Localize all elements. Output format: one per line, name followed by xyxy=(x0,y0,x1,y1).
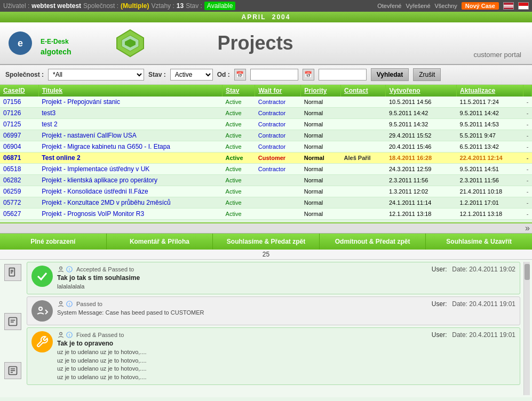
table-row[interactable]: 05627 Projekt - Prognosis VoIP Monitor R… xyxy=(0,208,532,220)
cell-action[interactable]: - xyxy=(523,141,532,153)
cell-title[interactable]: test 2 xyxy=(38,119,222,130)
tab-agree-pass[interactable]: Souhlasíme & Předat zpět xyxy=(213,234,320,250)
cell-title[interactable]: Projekt - klientská aplikace pro operáto… xyxy=(38,175,222,186)
expand-arrow[interactable]: » xyxy=(0,223,532,234)
table-row[interactable]: 06997 Projekt - nastavení CallFlow USA A… xyxy=(0,130,532,141)
cell-action[interactable]: - xyxy=(523,197,532,208)
col-waitfor[interactable]: Wait for xyxy=(255,85,301,97)
col-priority[interactable]: Priority xyxy=(301,85,341,97)
cell-action[interactable]: - xyxy=(523,119,532,130)
cell-caseid[interactable]: 07126 xyxy=(0,108,38,119)
cell-action[interactable]: - xyxy=(523,220,532,224)
cell-title[interactable]: Projekt - Konsolidace ústředni II.Fáze xyxy=(38,186,222,197)
cell-title[interactable]: Projekt - Prognosis VoIP Monitor R3 xyxy=(38,208,222,220)
cell-action[interactable]: - xyxy=(523,153,532,164)
cell-title[interactable]: Projekt - Implementace ústředny v UK xyxy=(38,164,222,175)
cell-contact xyxy=(341,119,386,130)
logo-circle: e xyxy=(9,31,32,55)
table-row[interactable]: 06871 Test online 2 Active Customer Norm… xyxy=(0,153,532,164)
cell-priority: Normal xyxy=(301,175,341,186)
nav-vsechny[interactable]: Všechny xyxy=(435,3,457,9)
calendar-to-icon[interactable]: 📅 xyxy=(303,69,314,81)
table-row[interactable]: 06518 Projekt - Implementace ústředny v … xyxy=(0,164,532,175)
date-from-input[interactable] xyxy=(250,69,298,81)
table-row[interactable]: 07125 test 2 Active Contractor Normal 9.… xyxy=(0,119,532,130)
tab-decline-pass[interactable]: Odmítnout & Předat zpět xyxy=(320,234,426,250)
page-title: Projects xyxy=(218,32,293,54)
flag-cz-icon[interactable] xyxy=(518,2,529,10)
sidebar-text-icon[interactable] xyxy=(4,313,21,330)
col-vytvoreno[interactable]: Vytvořeno xyxy=(386,85,457,97)
cell-action[interactable]: - xyxy=(523,97,532,108)
comment-icons xyxy=(57,300,73,308)
cell-caseid[interactable]: 05772 xyxy=(0,197,38,208)
cell-caseid[interactable]: 05163 xyxy=(0,220,38,224)
cell-caseid[interactable]: 07156 xyxy=(0,97,38,108)
comment-meta: User: Date: 20.4.2011 19:01 xyxy=(432,331,515,339)
cell-title[interactable]: test3 xyxy=(38,108,222,119)
col-titulek[interactable]: Titulek xyxy=(38,85,222,97)
cell-updated: 9.5.2011 14:53 xyxy=(457,119,523,130)
cell-action[interactable]: - xyxy=(523,108,532,119)
table-row[interactable]: 06259 Projekt - Konsolidace ústředni II.… xyxy=(0,186,532,197)
calendar-from-icon[interactable]: 📅 xyxy=(234,69,246,81)
new-case-button[interactable]: Nový Case xyxy=(462,2,499,10)
col-stav[interactable]: Stav xyxy=(223,85,255,97)
nav-otevrene[interactable]: Otevřené xyxy=(377,3,401,9)
cell-caseid[interactable]: 06904 xyxy=(0,141,38,153)
cell-action[interactable]: - xyxy=(523,208,532,220)
cell-title[interactable]: Test online 2 xyxy=(38,153,222,164)
cell-caseid[interactable]: 07125 xyxy=(0,119,38,130)
table-row[interactable]: 07156 Projekt - Přepojování stanic Activ… xyxy=(0,97,532,108)
sidebar-doc-icon[interactable] xyxy=(4,264,21,281)
cell-priority: Normal xyxy=(301,164,341,175)
cell-stav: Active xyxy=(223,208,255,220)
cell-stav: Active xyxy=(223,130,255,141)
cell-action[interactable]: - xyxy=(523,164,532,175)
cell-caseid[interactable]: 06871 xyxy=(0,153,38,164)
search-button[interactable]: Vyhledat xyxy=(371,68,409,81)
cell-action[interactable]: - xyxy=(523,130,532,141)
cell-title[interactable]: Projekt - T - mobile upgrade xyxy=(38,220,222,224)
cell-title[interactable]: Projekt - nastavení CallFlow USA xyxy=(38,130,222,141)
comment-title: Tak je to opraveno xyxy=(57,340,515,347)
col-aktualizace[interactable]: Aktualizace xyxy=(457,85,523,97)
cell-caseid[interactable]: 06282 xyxy=(0,175,38,186)
cell-action[interactable]: - xyxy=(523,186,532,197)
table-row[interactable]: 07126 test3 Active Contractor Normal 9.5… xyxy=(0,108,532,119)
sidebar-text2-icon[interactable] xyxy=(4,362,21,379)
cell-title[interactable]: Projekt - Konzultace 2MD v průběhu 2měsí… xyxy=(38,197,222,208)
comment-title: Tak jo tak s tím souhlasime xyxy=(57,274,515,282)
cell-waitfor xyxy=(255,208,301,220)
cell-caseid[interactable]: 05627 xyxy=(0,208,38,220)
cell-caseid[interactable]: 06259 xyxy=(0,186,38,197)
comment-avatar xyxy=(31,266,53,287)
cancel-button[interactable]: Zrušit xyxy=(413,68,441,81)
stav-select[interactable]: Active All Pending Resolved Closed xyxy=(170,69,213,81)
col-contact[interactable]: Contact xyxy=(341,85,386,97)
cell-title[interactable]: Projekt - Migrace kabinetu na G650 - I. … xyxy=(38,141,222,153)
col-caseid[interactable]: CaseID xyxy=(0,85,38,97)
table-row[interactable]: 06282 Projekt - klientská aplikace pro o… xyxy=(0,175,532,186)
cell-waitfor: Contractor xyxy=(255,141,301,153)
comment-header: Accepted & Passed to User: Date: 20.4.20… xyxy=(57,266,515,273)
table-header-row: CaseID Titulek Stav Wait for Priority Co… xyxy=(0,85,532,97)
spolecnost-select[interactable]: *All xyxy=(48,69,144,81)
date-to-input[interactable] xyxy=(319,69,367,81)
nav-vyresene[interactable]: Vyřešené xyxy=(406,3,430,9)
cell-action[interactable]: - xyxy=(523,175,532,186)
flag-us-icon[interactable] xyxy=(503,2,514,10)
tab-agree-close[interactable]: Souhlasíme & Uzavřít xyxy=(426,234,532,250)
table-row[interactable]: 05163 Projekt - T - mobile upgrade Activ… xyxy=(0,220,532,224)
cell-caseid[interactable]: 06997 xyxy=(0,130,38,141)
table-row[interactable]: 06904 Projekt - Migrace kabinetu na G650… xyxy=(0,141,532,153)
cell-title[interactable]: Projekt - Přepojování stanic xyxy=(38,97,222,108)
cell-caseid[interactable]: 06518 xyxy=(0,164,38,175)
comments-scrollbar[interactable] xyxy=(523,262,530,395)
logo-algotech: algotech xyxy=(41,47,72,56)
tab-full-view[interactable]: Plné zobrazení xyxy=(0,234,107,250)
info-icon xyxy=(66,266,73,273)
cases-table-container: CaseID Titulek Stav Wait for Priority Co… xyxy=(0,85,532,223)
tab-comment-attachment[interactable]: Komentář & Příloha xyxy=(107,234,213,250)
table-row[interactable]: 05772 Projekt - Konzultace 2MD v průběhu… xyxy=(0,197,532,208)
